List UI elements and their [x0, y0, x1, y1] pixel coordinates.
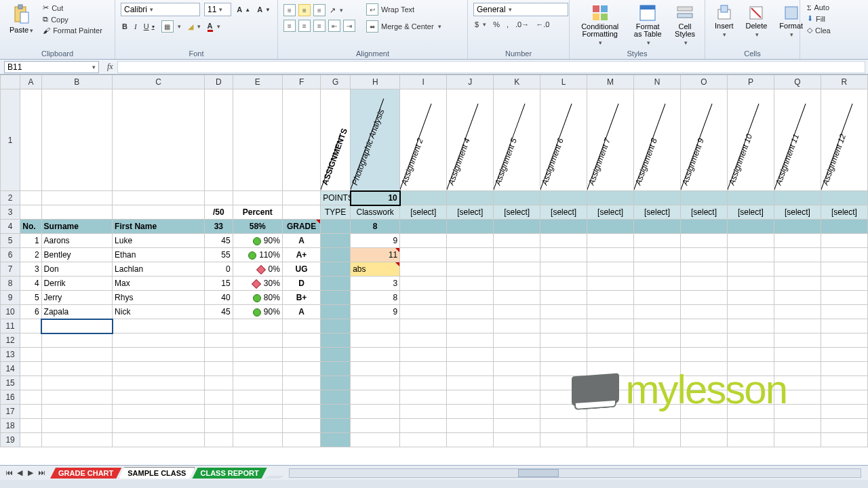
paste-button[interactable]: Paste — [5, 3, 37, 35]
fill-button[interactable]: ⬇Fill — [806, 14, 856, 24]
cell-styles-button[interactable]: Cell Styles — [671, 3, 699, 47]
sigma-icon: Σ — [807, 3, 811, 12]
format-as-table-button[interactable]: Format as Table — [629, 3, 667, 47]
cell-L1: Assignment 6 — [540, 89, 587, 191]
paste-icon — [12, 4, 31, 24]
row-16[interactable]: 16 — [1, 390, 868, 405]
font-name-combo[interactable]: Calibri▾ — [121, 3, 200, 16]
row-13[interactable]: 13 — [1, 348, 868, 362]
column-headers[interactable]: ABCDEFGHIJKLMNOPQR — [1, 75, 868, 89]
formula-input[interactable] — [117, 61, 865, 73]
row-12[interactable]: 12 — [1, 333, 868, 348]
row-19[interactable]: 19 — [1, 433, 868, 447]
row-15[interactable]: 15 — [1, 376, 868, 390]
name-box[interactable]: B11▾ — [4, 61, 99, 73]
row-9[interactable]: 9 5 Jerry Rhys 40 80% B+ 8 — [1, 291, 868, 305]
number-format-combo[interactable]: General▾ — [473, 3, 568, 16]
grow-font-button[interactable]: A▲ — [235, 5, 252, 14]
group-title: Alignment — [283, 48, 462, 58]
fill-color-button[interactable]: ◢ — [186, 22, 202, 32]
row-8[interactable]: 8 4 Derrik Max 15 30% D 3 — [1, 277, 868, 291]
comma-button[interactable]: , — [505, 20, 510, 29]
underline-button[interactable]: U▾ — [142, 22, 156, 31]
group-title: Clipboard — [5, 48, 109, 58]
table-icon — [639, 4, 656, 22]
border-button[interactable]: ▦ — [160, 20, 182, 33]
shrink-font-button[interactable]: A▼ — [256, 5, 272, 14]
cell-Q1: Assignment 11 — [774, 89, 821, 191]
delete-button[interactable]: Delete — [742, 3, 772, 39]
format-icon — [784, 4, 799, 20]
row-14[interactable]: 14 — [1, 362, 868, 376]
align-right-button[interactable]: ≡ — [313, 20, 326, 32]
cell-P1: Assignment 10 — [727, 89, 774, 191]
bold-button[interactable]: B — [121, 22, 129, 31]
fx-icon[interactable]: fx — [103, 62, 117, 72]
row-18[interactable]: 18 — [1, 419, 868, 433]
cut-button[interactable]: ✂Cut — [41, 3, 104, 13]
row-1[interactable]: 1 ASSIGNMENTS Photographic Analysis Assi… — [1, 89, 868, 191]
cell-K1: Assignment 5 — [494, 89, 540, 191]
align-middle-button[interactable]: ≡ — [298, 4, 311, 16]
styles-icon — [676, 4, 694, 22]
font-color-button[interactable]: A — [206, 21, 222, 33]
ribbon: Paste ✂Cut ⧉Copy 🖌Format Painter Clipboa… — [0, 0, 868, 60]
svg-rect-8 — [640, 5, 655, 9]
autosum-button[interactable]: ΣAuto — [806, 3, 856, 12]
row-3[interactable]: 3 /50 Percent TYPE Classwork [select] [s… — [1, 205, 868, 220]
grid[interactable]: ABCDEFGHIJKLMNOPQR 1 ASSIGNMENTS Photogr… — [0, 75, 868, 447]
brush-icon: 🖌 — [43, 26, 50, 35]
select-all-corner[interactable] — [1, 75, 20, 89]
conditional-formatting-button[interactable]: Conditional Formatting — [575, 3, 625, 47]
wrap-text-button[interactable]: ↩Wrap Text — [365, 3, 443, 16]
merge-center-button[interactable]: ⬌Merge & Center — [365, 20, 443, 33]
indent-dec-button[interactable]: ⇤ — [328, 20, 340, 32]
fill-down-icon: ⬇ — [807, 14, 813, 23]
cell-R1: Assignment 12 — [821, 89, 867, 191]
dec-decimal-button[interactable]: ←.0 — [534, 20, 551, 29]
row-11[interactable]: 11 — [1, 319, 868, 333]
formula-bar: B11▾ fx — [0, 60, 868, 75]
row-17[interactable]: 17 — [1, 405, 868, 419]
svg-rect-6 — [601, 14, 608, 20]
italic-button[interactable]: I — [133, 22, 138, 31]
group-title — [806, 56, 856, 58]
font-color-icon: A — [208, 22, 213, 32]
orientation-button[interactable]: ↗ — [328, 4, 344, 16]
format-painter-button[interactable]: 🖌Format Painter — [41, 26, 104, 35]
align-left-button[interactable]: ≡ — [283, 20, 296, 32]
align-top-button[interactable]: ≡ — [283, 4, 296, 16]
align-center-button[interactable]: ≡ — [298, 20, 311, 32]
clear-button[interactable]: ◇Clea — [806, 25, 856, 35]
align-bottom-button[interactable]: ≡ — [313, 4, 326, 16]
svg-rect-10 — [677, 14, 692, 18]
tab-new[interactable] — [264, 476, 285, 479]
row-4[interactable]: 4 No. Surname First Name 33 58% GRADE 8 — [1, 220, 868, 234]
percent-button[interactable]: % — [492, 20, 501, 29]
row-6[interactable]: 6 2 Bentley Ethan 55 110% A+ 11 — [1, 248, 868, 262]
cond-format-icon — [591, 4, 609, 22]
tab-nav[interactable]: ⏮◀▶⏭ — [0, 468, 50, 477]
wrap-icon: ↩ — [366, 3, 378, 16]
svg-rect-4 — [601, 5, 608, 12]
row-2[interactable]: 2 POINTS 10 — [1, 191, 868, 205]
status-bar — [0, 480, 868, 488]
cell-G1: ASSIGNMENTS — [321, 89, 351, 191]
inc-decimal-button[interactable]: .0→ — [514, 20, 530, 29]
tab-class-report[interactable]: CLASS REPORT — [192, 468, 267, 479]
tab-sample-class[interactable]: SAMPLE CLASS — [119, 467, 195, 479]
row-7[interactable]: 7 3 Don Lachlan 0 0% UG abs — [1, 262, 868, 277]
tab-grade-chart[interactable]: GRADE CHART — [50, 468, 121, 479]
bucket-icon: ◢ — [188, 22, 193, 31]
h-scrollbar[interactable] — [289, 468, 861, 478]
currency-button[interactable]: $ — [473, 20, 488, 29]
insert-button[interactable]: Insert — [711, 3, 738, 39]
font-size-combo[interactable]: 11▾ — [204, 3, 231, 16]
svg-rect-5 — [593, 14, 599, 20]
cell-M1: Assignment 7 — [587, 89, 634, 191]
indent-inc-button[interactable]: ⇥ — [343, 20, 355, 32]
row-5[interactable]: 5 1 Aarons Luke 45 90% A 9 — [1, 234, 868, 248]
copy-button[interactable]: ⧉Copy — [41, 14, 104, 24]
group-title: Cells — [711, 48, 794, 58]
row-10[interactable]: 10 6 Zapala Nick 45 90% A 9 — [1, 305, 868, 319]
